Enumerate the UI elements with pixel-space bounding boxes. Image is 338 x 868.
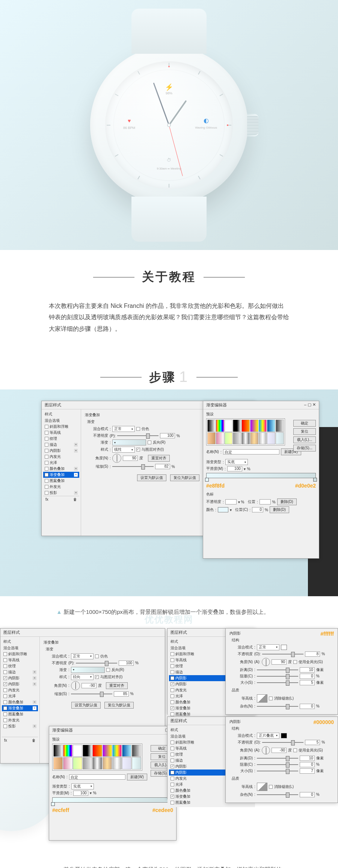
- watch-crown: [247, 114, 258, 136]
- blend-mode-label: 混合模式: [85, 426, 108, 432]
- watch-strap-bottom: [131, 197, 207, 242]
- stroke-item[interactable]: 描边+: [43, 442, 79, 448]
- watch: ⚡ 98% ♥ 86 BPM ◐ Waxing Gibbous ⏱ 9:30am…: [90, 46, 248, 204]
- meeting-text: 9:30am •• Meeting: [157, 167, 181, 170]
- color-swatch[interactable]: [281, 645, 287, 650]
- bolt-icon: ⚡: [165, 83, 173, 91]
- align-label: 与图层对齐(I): [142, 447, 164, 452]
- texture-item[interactable]: 纹理: [43, 436, 79, 442]
- scale-label: 缩放(S): [85, 464, 108, 469]
- gradient-bar[interactable]: [206, 473, 316, 478]
- gradient-type-select[interactable]: 实底: [225, 459, 248, 465]
- inner-glow-item[interactable]: 内发光: [43, 454, 79, 460]
- delete-button[interactable]: 删除(D): [277, 498, 297, 505]
- close-icon[interactable]: – ▢ ✕: [304, 402, 316, 408]
- contour-item[interactable]: 等高线: [43, 430, 79, 436]
- gradient-overlay-item[interactable]: 渐变叠加+: [43, 472, 79, 478]
- outer-glow-item[interactable]: 外发光: [43, 484, 79, 490]
- center-dot: [167, 123, 171, 127]
- hex-right: #d0e0e2: [295, 483, 316, 489]
- watch-strap-top: [131, 9, 207, 54]
- steps-title: 步骤1: [149, 368, 189, 386]
- align-check[interactable]: [136, 448, 140, 451]
- panel-title-bar: 渐变编辑器 – ▢ ✕: [203, 401, 319, 409]
- steps-heading: 步骤1: [0, 350, 338, 389]
- step-number: 1: [179, 368, 189, 385]
- hex-right: #cedee0: [152, 807, 173, 813]
- marker-12: [168, 66, 170, 67]
- reset-default-button[interactable]: 复位为默认值: [170, 474, 199, 481]
- angle-label: 角度(N): [85, 456, 108, 461]
- clock-icon: ⏱: [167, 158, 171, 163]
- gradient-editor-panel-2: 渐变编辑器▢ ✕ 确定 复位 载入(L)... 存储(S)... 预设 名称(N…: [49, 726, 177, 841]
- inner-shadow-item[interactable]: 内阴影+: [43, 448, 79, 454]
- angle-dial[interactable]: [112, 454, 121, 463]
- bevel-item[interactable]: 斜面和浮雕: [43, 424, 79, 430]
- tick: [220, 154, 223, 157]
- cancel-button[interactable]: 复位: [293, 428, 316, 435]
- name-input[interactable]: 自定: [223, 449, 279, 454]
- ok-button[interactable]: 确定: [293, 420, 316, 427]
- hero-watch-image: ⚡ 98% ♥ 86 BPM ◐ Waxing Gibbous ⏱ 9:30am…: [0, 0, 338, 250]
- color-swatch[interactable]: [281, 733, 287, 738]
- color-overlay-item[interactable]: 颜色叠加+: [43, 466, 79, 472]
- right-button-col: 确定 复位 载入(L)... 存储(S)...: [293, 420, 316, 451]
- style-list: 样式 混合选项 斜面和浮雕 等高线 纹理 描边+ 内阴影+ 内发光 光泽 颜色叠…: [42, 409, 81, 536]
- plus-icon[interactable]: +: [74, 473, 78, 477]
- plus-icon[interactable]: +: [74, 443, 78, 447]
- about-body-text: 本次教程内容主要来自 Nick Franchi 的作品，我非常欣赏他的光影和色彩…: [41, 300, 297, 335]
- scale-input[interactable]: 82: [155, 464, 170, 469]
- battery-pct: 98%: [166, 91, 172, 95]
- caption-2: 首先开始做表盘的底部，建一个直径为500px的圆形，添加渐变叠加，增加高光和阴影…: [41, 864, 297, 868]
- plus-icon[interactable]: +: [74, 491, 78, 495]
- reverse-check[interactable]: [148, 441, 151, 444]
- drop-shadow-item[interactable]: 投影+: [43, 490, 79, 496]
- gradient-editor-panel: 渐变编辑器 – ▢ ✕ 确定 复位 载入(L)... 存储(S)... 预设 名…: [203, 401, 319, 559]
- ps-screenshot-2: 图层样式 样式 混合选项 斜面和浮雕 等高线 纹理 描边+ 内阴影+ 内阴影+ …: [0, 628, 338, 854]
- plus-icon[interactable]: +: [74, 449, 78, 453]
- opacity-label: 不透明度: [85, 433, 108, 438]
- load-button[interactable]: 载入(L)...: [293, 436, 316, 443]
- pattern-overlay-item[interactable]: 图案叠加: [43, 478, 79, 484]
- blend-mode-select[interactable]: 正常: [112, 426, 135, 432]
- dither-label: 仿色: [142, 426, 149, 432]
- smoothness-input[interactable]: 100: [227, 466, 242, 471]
- fx-footer: fx 🗑: [43, 496, 79, 503]
- plus-icon[interactable]: +: [74, 467, 78, 471]
- opacity-slider[interactable]: [117, 435, 158, 436]
- panel-title: 渐变编辑器: [206, 402, 227, 408]
- gradient-picker[interactable]: [112, 439, 146, 445]
- about-title: 关于教程: [142, 269, 196, 285]
- steps-title-text: 步骤: [149, 370, 176, 384]
- inner-shadow-panel-1: 内阴影 #ffffff 结构 混合模式:正常 不透明度(O):8% 角度(N)(…: [225, 628, 338, 715]
- satin-item[interactable]: 光泽: [43, 460, 79, 466]
- tick: [107, 125, 110, 126]
- dither-check[interactable]: [136, 427, 140, 431]
- bpm-text: 86 BPM: [123, 126, 135, 130]
- set-default-button[interactable]: 设置为默认值: [137, 474, 166, 481]
- blend-options-item[interactable]: 混合选项: [43, 418, 79, 424]
- scale-slider[interactable]: [112, 466, 154, 467]
- hex-left: #e8f8fd: [206, 483, 225, 489]
- stops-label: 色标: [206, 492, 316, 497]
- moon-text: Waxing Gibbous: [195, 126, 217, 129]
- watch-face: ⚡ 98% ♥ 86 BPM ◐ Waxing Gibbous ⏱ 9:30am…: [105, 61, 233, 189]
- style-list: 样式 混合选项 斜面和浮雕 等高线 纹理 描边+ 内阴影+ 内阴影+ 内发光 光…: [0, 637, 40, 763]
- preset-grid[interactable]: [206, 418, 285, 445]
- opacity-input[interactable]: 100: [160, 433, 175, 438]
- reset-align-button[interactable]: 重置对齐: [148, 455, 170, 462]
- marker-3: [227, 124, 228, 126]
- heart-icon: ♥: [128, 118, 131, 124]
- tick: [137, 71, 140, 74]
- tick: [169, 184, 169, 188]
- style-select[interactable]: 线性: [112, 447, 135, 453]
- style-label: 样式: [85, 447, 108, 452]
- tick: [198, 71, 201, 74]
- caption-1: 新建一个1000×750的px画布，背景图层解锁后增加一个渐变叠加，数值参照以上…: [41, 607, 297, 618]
- color-swatch[interactable]: [218, 507, 228, 512]
- tick: [220, 94, 223, 96]
- save-button[interactable]: 存储(S)...: [293, 445, 316, 451]
- delete-button[interactable]: 删除(D): [270, 506, 289, 513]
- about-heading: 关于教程: [0, 250, 338, 289]
- angle-input[interactable]: 90: [123, 456, 138, 461]
